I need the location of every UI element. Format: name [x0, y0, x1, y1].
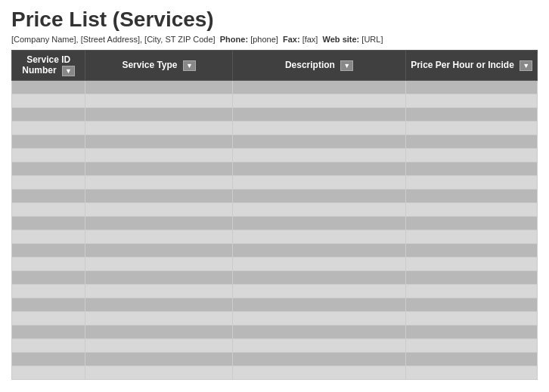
price-filter[interactable]: ▼	[520, 60, 532, 71]
table-cell[interactable]	[232, 162, 405, 176]
table-cell[interactable]	[406, 176, 538, 190]
table-cell[interactable]	[12, 366, 85, 380]
table-row[interactable]	[12, 176, 538, 190]
table-cell[interactable]	[232, 244, 405, 258]
table-cell[interactable]	[232, 81, 405, 94]
table-cell[interactable]	[406, 285, 538, 298]
table-row[interactable]	[12, 190, 538, 203]
table-row[interactable]	[12, 353, 538, 366]
table-cell[interactable]	[406, 230, 538, 244]
table-cell[interactable]	[85, 176, 233, 190]
table-cell[interactable]	[232, 230, 405, 244]
service-type-filter[interactable]: ▼	[183, 60, 196, 71]
table-row[interactable]	[12, 285, 538, 298]
table-cell[interactable]	[406, 135, 538, 149]
table-cell[interactable]	[12, 326, 85, 339]
table-cell[interactable]	[232, 271, 405, 285]
table-cell[interactable]	[232, 326, 405, 339]
table-cell[interactable]	[406, 258, 538, 271]
table-cell[interactable]	[406, 339, 538, 353]
table-row[interactable]	[12, 326, 538, 339]
table-row[interactable]	[12, 298, 538, 312]
table-row[interactable]	[12, 149, 538, 162]
table-cell[interactable]	[85, 190, 233, 203]
table-cell[interactable]	[12, 230, 85, 244]
table-row[interactable]	[12, 230, 538, 244]
table-cell[interactable]	[232, 94, 405, 108]
table-cell[interactable]	[85, 81, 233, 94]
table-cell[interactable]	[12, 122, 85, 135]
table-cell[interactable]	[85, 203, 233, 217]
table-cell[interactable]	[85, 230, 233, 244]
table-cell[interactable]	[406, 353, 538, 366]
table-cell[interactable]	[85, 271, 233, 285]
table-row[interactable]	[12, 94, 538, 108]
table-cell[interactable]	[406, 190, 538, 203]
table-cell[interactable]	[85, 108, 233, 122]
table-cell[interactable]	[406, 326, 538, 339]
table-cell[interactable]	[85, 122, 233, 135]
table-cell[interactable]	[12, 217, 85, 230]
table-cell[interactable]	[85, 285, 233, 298]
table-cell[interactable]	[12, 190, 85, 203]
table-row[interactable]	[12, 108, 538, 122]
table-cell[interactable]	[232, 353, 405, 366]
table-cell[interactable]	[12, 81, 85, 94]
table-row[interactable]	[12, 203, 538, 217]
table-cell[interactable]	[232, 366, 405, 380]
description-filter[interactable]: ▼	[340, 60, 353, 71]
table-cell[interactable]	[85, 244, 233, 258]
table-cell[interactable]	[406, 244, 538, 258]
table-cell[interactable]	[232, 285, 405, 298]
table-cell[interactable]	[406, 271, 538, 285]
table-cell[interactable]	[406, 298, 538, 312]
table-cell[interactable]	[232, 149, 405, 162]
table-cell[interactable]	[12, 94, 85, 108]
table-cell[interactable]	[12, 298, 85, 312]
table-cell[interactable]	[85, 135, 233, 149]
table-cell[interactable]	[12, 339, 85, 353]
table-cell[interactable]	[85, 217, 233, 230]
table-cell[interactable]	[12, 176, 85, 190]
table-row[interactable]	[12, 271, 538, 285]
table-cell[interactable]	[232, 339, 405, 353]
table-row[interactable]	[12, 217, 538, 230]
table-cell[interactable]	[85, 326, 233, 339]
table-cell[interactable]	[85, 339, 233, 353]
table-cell[interactable]	[232, 122, 405, 135]
table-cell[interactable]	[406, 312, 538, 326]
table-cell[interactable]	[85, 353, 233, 366]
table-cell[interactable]	[406, 108, 538, 122]
table-cell[interactable]	[406, 94, 538, 108]
table-row[interactable]	[12, 162, 538, 176]
table-cell[interactable]	[85, 258, 233, 271]
table-cell[interactable]	[232, 258, 405, 271]
table-row[interactable]	[12, 339, 538, 353]
table-cell[interactable]	[12, 244, 85, 258]
service-id-filter[interactable]: ▼	[62, 66, 75, 76]
table-cell[interactable]	[12, 258, 85, 271]
table-cell[interactable]	[85, 298, 233, 312]
table-cell[interactable]	[85, 162, 233, 176]
table-cell[interactable]	[12, 108, 85, 122]
table-cell[interactable]	[406, 149, 538, 162]
table-row[interactable]	[12, 135, 538, 149]
table-cell[interactable]	[406, 122, 538, 135]
table-cell[interactable]	[85, 94, 233, 108]
table-cell[interactable]	[85, 366, 233, 380]
table-cell[interactable]	[232, 108, 405, 122]
table-cell[interactable]	[12, 271, 85, 285]
table-cell[interactable]	[12, 135, 85, 149]
table-row[interactable]	[12, 258, 538, 271]
table-cell[interactable]	[406, 203, 538, 217]
table-cell[interactable]	[12, 203, 85, 217]
table-cell[interactable]	[406, 81, 538, 94]
table-row[interactable]	[12, 122, 538, 135]
table-cell[interactable]	[232, 135, 405, 149]
table-cell[interactable]	[232, 312, 405, 326]
table-cell[interactable]	[406, 217, 538, 230]
table-cell[interactable]	[12, 149, 85, 162]
table-row[interactable]	[12, 312, 538, 326]
table-cell[interactable]	[12, 312, 85, 326]
table-cell[interactable]	[12, 285, 85, 298]
